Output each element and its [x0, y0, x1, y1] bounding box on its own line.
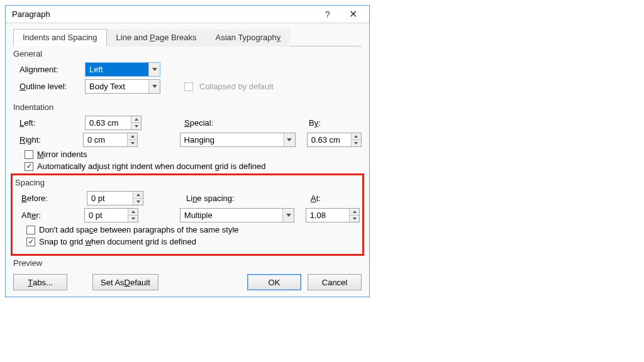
group-indent-label: Indentation [13, 102, 362, 112]
mirror-indents-row: Mirror indents [25, 150, 362, 159]
mirror-indents-label: Mirror indents [37, 150, 87, 159]
after-label: After: [15, 211, 82, 220]
indent-left-spinner[interactable]: 0.63 cm [85, 116, 142, 130]
tab-asian-typography[interactable]: Asian Typography [206, 29, 290, 47]
close-icon: ✕ [349, 8, 357, 20]
spinner-down-icon[interactable] [128, 216, 138, 222]
dialog-footer: Tabs... Set As Default OK Cancel [13, 274, 362, 290]
line-spacing-combo[interactable]: Multiple [180, 208, 294, 222]
tabs-button[interactable]: Tabs... [13, 274, 67, 290]
spinner-down-icon[interactable] [131, 123, 141, 129]
snap-grid-label: Snap to grid when document grid is defin… [39, 237, 196, 246]
spinner-down-icon[interactable] [352, 140, 361, 146]
chevron-down-icon [287, 138, 292, 141]
chevron-down-icon [152, 68, 157, 71]
spinner-up-icon[interactable] [352, 133, 361, 140]
chevron-down-icon [152, 85, 157, 88]
special-value: Hanging [180, 133, 284, 146]
by-value: 0.63 cm [308, 133, 351, 146]
alignment-combo[interactable]: Left [85, 62, 160, 77]
alignment-combo-button[interactable] [148, 63, 160, 76]
outline-combo[interactable]: Body Text [85, 79, 160, 94]
at-spinner[interactable]: 1.08 [306, 208, 360, 222]
before-spinner[interactable]: 0 pt [87, 191, 143, 206]
spinner-up-icon[interactable] [131, 116, 141, 123]
help-icon: ? [325, 9, 330, 19]
spinner-up-icon[interactable] [128, 209, 138, 216]
dialog-body: Indents and Spacing Line and Page Breaks… [6, 23, 369, 297]
dialog-title: Paragraph [12, 9, 315, 19]
indent-right-spinner[interactable]: 0 cm [83, 133, 138, 147]
group-preview-label: Preview [13, 258, 362, 268]
titlebar: Paragraph ? ✕ [6, 6, 369, 23]
no-add-space-label: Don't add space between paragraphs of th… [39, 225, 239, 234]
help-button[interactable]: ? [315, 6, 340, 23]
spinner-down-icon[interactable] [133, 199, 143, 205]
tab-strip: Indents and Spacing Line and Page Breaks… [13, 28, 362, 47]
at-label: At: [311, 194, 321, 203]
row-spacing-before: Before: 0 pt Line spacing: At: [15, 191, 360, 206]
special-combo[interactable]: Hanging [180, 133, 296, 147]
no-add-space-row: Don't add space between paragraphs of th… [26, 225, 360, 234]
auto-adjust-row: ✓ Automatically adjust right indent when… [25, 162, 362, 171]
spinner-down-icon[interactable] [128, 140, 137, 146]
spacing-highlight: Spacing Before: 0 pt Line spacing: At: A… [11, 173, 364, 256]
tab-indents-spacing[interactable]: Indents and Spacing [13, 29, 107, 47]
group-general-label: General [13, 49, 362, 58]
before-label: Before: [15, 194, 84, 203]
line-spacing-value: Multiple [180, 209, 282, 222]
close-button[interactable]: ✕ [340, 6, 365, 23]
before-value: 0 pt [87, 192, 133, 205]
no-add-space-checkbox[interactable] [26, 226, 35, 234]
collapsed-label: Collapsed by default [199, 82, 274, 91]
row-indent-left: Left: 0.63 cm Special: By: [13, 116, 362, 130]
special-label: Special: [184, 118, 266, 128]
paragraph-dialog: Paragraph ? ✕ Indents and Spacing Line a… [5, 5, 370, 297]
chevron-down-icon [286, 214, 291, 217]
spinner-up-icon[interactable] [133, 192, 143, 199]
outline-value: Body Text [86, 80, 148, 93]
tab-line-page-breaks[interactable]: Line and Page Breaks [107, 29, 206, 47]
at-value: 1.08 [306, 209, 349, 222]
cancel-button[interactable]: Cancel [308, 274, 362, 290]
row-outline: Outline level: Body Text Collapsed by de… [13, 79, 362, 94]
alignment-label: Alignment: [13, 65, 82, 74]
special-combo-button[interactable] [284, 133, 295, 146]
spinner-up-icon[interactable] [350, 209, 359, 216]
after-value: 0 pt [85, 209, 128, 222]
auto-adjust-checkbox[interactable]: ✓ [25, 162, 33, 171]
indent-left-label: Left: [13, 118, 82, 128]
indent-right-value: 0 cm [84, 133, 127, 146]
row-alignment: Alignment: Left [13, 62, 362, 77]
outline-label: Outline level: [13, 82, 82, 91]
spinner-up-icon[interactable] [128, 133, 137, 140]
row-indent-right: Right: 0 cm Hanging 0.63 cm [13, 133, 362, 147]
snap-grid-checkbox[interactable]: ✓ [26, 238, 35, 246]
by-spinner[interactable]: 0.63 cm [307, 133, 362, 147]
alignment-value: Left [86, 63, 148, 76]
row-spacing-after: After: 0 pt Multiple [15, 208, 360, 222]
group-spacing-label: Spacing [15, 178, 360, 187]
mirror-indents-checkbox[interactable] [25, 150, 33, 159]
set-default-button[interactable]: Set As Default [92, 274, 158, 290]
ok-button[interactable]: OK [247, 274, 301, 290]
auto-adjust-label: Automatically adjust right indent when d… [37, 162, 266, 171]
collapsed-checkbox [184, 82, 193, 91]
after-spinner[interactable]: 0 pt [84, 208, 138, 222]
by-label: By: [309, 118, 321, 128]
spinner-down-icon[interactable] [350, 216, 359, 222]
indent-right-label: Right: [13, 135, 80, 145]
snap-grid-row: ✓ Snap to grid when document grid is def… [26, 237, 360, 246]
outline-combo-button[interactable] [148, 80, 160, 93]
line-spacing-label: Line spacing: [186, 194, 268, 203]
indent-left-value: 0.63 cm [86, 116, 131, 129]
line-spacing-combo-button[interactable] [282, 209, 294, 222]
